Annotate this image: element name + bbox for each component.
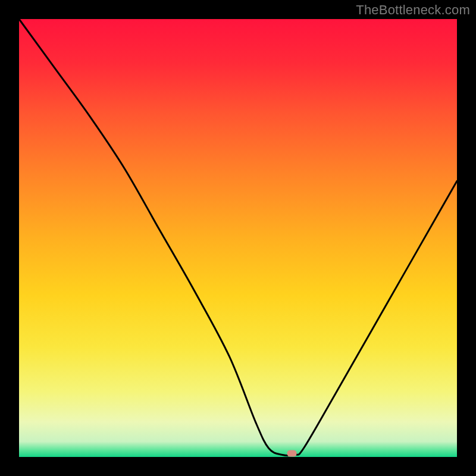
watermark-text: TheBottleneck.com xyxy=(356,2,470,18)
bottleneck-chart xyxy=(0,0,476,476)
chart-container: TheBottleneck.com xyxy=(0,0,476,476)
plot-background xyxy=(19,19,457,457)
optimal-marker xyxy=(287,450,297,457)
